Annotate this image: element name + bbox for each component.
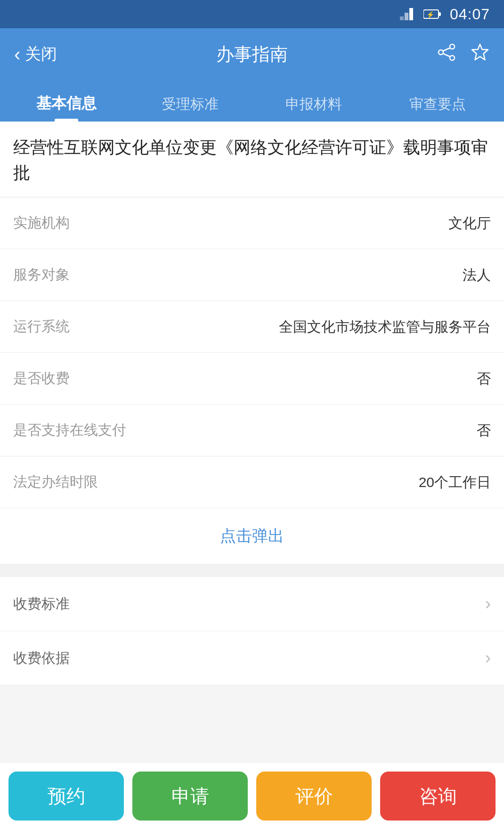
favorite-button[interactable] — [470, 42, 490, 66]
svg-point-6 — [450, 44, 455, 49]
arrow-row-fee-standard[interactable]: 收费标准 › — [0, 577, 504, 631]
share-icon — [437, 43, 456, 62]
arrow-row-fee-basis[interactable]: 收费依据 › — [0, 631, 504, 685]
review-button[interactable]: 评价 — [256, 772, 372, 821]
label-fee: 是否收费 — [13, 369, 117, 388]
back-button[interactable]: ‹ 关闭 — [14, 43, 57, 65]
consult-button[interactable]: 咨询 — [380, 772, 496, 821]
value-online-pay: 否 — [477, 420, 491, 441]
label-deadline: 法定办结时限 — [13, 472, 117, 492]
share-button[interactable] — [437, 43, 456, 66]
svg-line-9 — [443, 48, 450, 51]
info-row-institution: 实施机构 文化厅 — [0, 197, 504, 249]
svg-marker-11 — [472, 44, 488, 60]
label-fee-basis: 收费依据 — [13, 649, 485, 668]
svg-text:⚡: ⚡ — [426, 11, 435, 19]
page-title: 经营性互联网文化单位变更《网络文化经营许可证》载明事项审批 — [13, 135, 491, 186]
signal-icon — [400, 8, 415, 20]
value-institution: 文化厅 — [448, 212, 491, 234]
svg-line-10 — [443, 54, 450, 57]
label-institution: 实施机构 — [13, 213, 117, 233]
bottom-actions: 预约 申请 评价 咨询 — [0, 763, 504, 829]
star-icon — [470, 42, 490, 62]
nav-actions — [437, 42, 490, 66]
info-row-deadline: 法定办结时限 20个工作日 — [0, 456, 504, 508]
info-row-service-target: 服务对象 法人 — [0, 249, 504, 301]
info-list: 实施机构 文化厅 服务对象 法人 运行系统 全国文化市场技术监管与服务平台 是否… — [0, 197, 504, 508]
section-separator — [0, 568, 504, 577]
label-online-pay: 是否支持在线支付 — [13, 421, 126, 440]
chevron-right-icon-fee-standard: › — [485, 594, 491, 614]
page-title-section: 经营性互联网文化单位变更《网络文化经营许可证》载明事项审批 — [0, 122, 504, 197]
value-system: 全国文化市场技术监管与服务平台 — [279, 316, 491, 337]
arrow-list: 收费标准 › 收费依据 › — [0, 577, 504, 685]
info-row-fee: 是否收费 否 — [0, 353, 504, 405]
nav-title: 办事指南 — [216, 42, 288, 66]
label-system: 运行系统 — [13, 317, 117, 336]
svg-marker-2 — [409, 8, 413, 20]
close-label: 关闭 — [25, 43, 57, 65]
value-service-target: 法人 — [463, 264, 491, 285]
value-deadline: 20个工作日 — [419, 471, 491, 493]
tab-basic[interactable]: 基本信息 — [5, 93, 129, 122]
svg-marker-1 — [405, 13, 408, 20]
info-row-system: 运行系统 全国文化市场技术监管与服务平台 — [0, 301, 504, 353]
tabs-bar: 基本信息 受理标准 申报材料 审查要点 — [0, 80, 504, 122]
top-navigation: ‹ 关闭 办事指南 — [0, 28, 504, 80]
status-time: 04:07 — [450, 6, 490, 23]
chevron-right-icon-fee-basis: › — [485, 648, 491, 668]
tab-review[interactable]: 审查要点 — [376, 95, 500, 122]
apply-button[interactable]: 申请 — [132, 772, 248, 821]
back-chevron-icon: ‹ — [14, 44, 20, 65]
svg-point-8 — [450, 56, 455, 60]
popup-button-text[interactable]: 点击弹出 — [220, 527, 284, 545]
info-row-online-pay: 是否支持在线支付 否 — [0, 405, 504, 456]
tab-materials[interactable]: 申报材料 — [252, 95, 376, 122]
label-fee-standard: 收费标准 — [13, 594, 485, 614]
label-service-target: 服务对象 — [13, 265, 117, 284]
battery-icon: ⚡ — [423, 9, 441, 19]
tab-standard[interactable]: 受理标准 — [129, 95, 252, 122]
reserve-button[interactable]: 预约 — [8, 772, 124, 821]
svg-rect-4 — [439, 12, 441, 16]
svg-marker-0 — [400, 16, 404, 20]
value-fee: 否 — [477, 368, 491, 389]
svg-point-7 — [439, 50, 443, 55]
popup-button-row[interactable]: 点击弹出 — [0, 508, 504, 568]
status-bar: ⚡ 04:07 — [0, 0, 504, 28]
